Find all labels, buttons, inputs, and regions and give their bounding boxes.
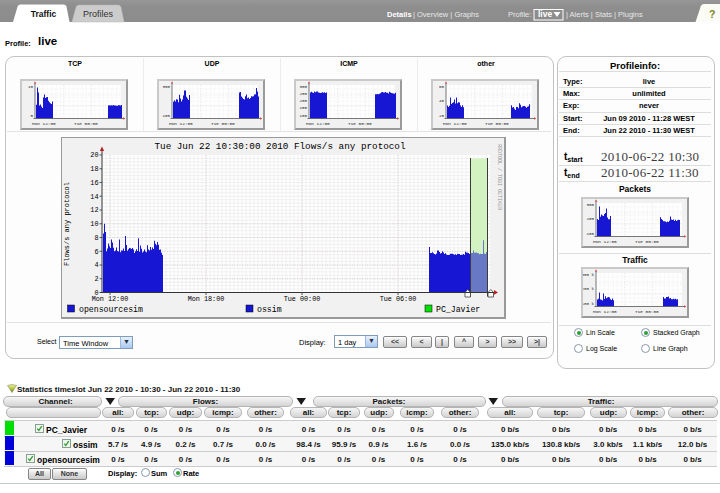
svg-text:10: 10 <box>28 85 34 89</box>
svg-text:Tue 00:00: Tue 00:00 <box>635 239 659 244</box>
svg-text:14: 14 <box>90 193 98 201</box>
svg-text:60: 60 <box>439 85 445 89</box>
svg-text:300: 300 <box>299 85 307 89</box>
svg-text:200 k: 200 k <box>583 287 594 291</box>
svg-text:200: 200 <box>586 217 594 221</box>
svg-text:Mon 12:00: Mon 12:00 <box>593 309 617 314</box>
svg-text:Profile:: Profile: <box>508 10 531 19</box>
svg-text:250: 250 <box>299 92 307 96</box>
svg-text:Mon 12:00: Mon 12:00 <box>169 121 193 126</box>
svg-text:300: 300 <box>586 203 594 207</box>
svg-text:2: 2 <box>94 275 98 283</box>
svg-text:300: 300 <box>162 85 170 89</box>
svg-text:100: 100 <box>162 114 170 118</box>
svg-text:Flows/s any protocol: Flows/s any protocol <box>63 182 71 266</box>
svg-text:RRDTOOL / TOBI OETIKER: RRDTOOL / TOBI OETIKER <box>496 144 502 210</box>
svg-text:Mon 12:00: Mon 12:00 <box>593 239 617 244</box>
svg-text:12: 12 <box>90 206 98 214</box>
svg-text:Mon 12:00: Mon 12:00 <box>306 121 330 126</box>
svg-text:200: 200 <box>299 99 307 103</box>
svg-text:16: 16 <box>90 179 98 187</box>
svg-text:150: 150 <box>299 106 307 110</box>
svg-text:live: live <box>538 9 552 19</box>
svg-text:Tue Jun 22 10:30:00 2010 Flows: Tue Jun 22 10:30:00 2010 Flows/s any pro… <box>154 141 405 152</box>
svg-text:10: 10 <box>90 220 98 228</box>
svg-text:Tue 00:00: Tue 00:00 <box>635 309 659 314</box>
svg-text:Mon 12:00: Mon 12:00 <box>443 121 467 126</box>
svg-text:Profiles: Profiles <box>83 9 114 19</box>
svg-text:Traffic: Traffic <box>31 9 57 19</box>
svg-text:100: 100 <box>586 232 594 236</box>
svg-text:Tue 00:00: Tue 00:00 <box>284 295 321 303</box>
svg-text:5: 5 <box>30 114 33 118</box>
svg-text:8: 8 <box>94 234 98 242</box>
svg-text:100: 100 <box>299 114 307 118</box>
svg-text:4: 4 <box>94 261 98 269</box>
svg-text:Tue 00:00: Tue 00:00 <box>485 121 509 126</box>
svg-text:PC_Javier: PC_Javier <box>436 305 480 314</box>
svg-text:20: 20 <box>90 151 98 159</box>
svg-text:Tue 00:00: Tue 00:00 <box>211 121 235 126</box>
svg-text:Tue 00:00: Tue 00:00 <box>74 121 98 126</box>
svg-text:100 k: 100 k <box>583 302 594 306</box>
svg-text:6: 6 <box>94 248 98 256</box>
svg-text:300 k: 300 k <box>583 273 594 277</box>
svg-text:18: 18 <box>90 165 98 173</box>
svg-text:| Overview | Graphs: | Overview | Graphs <box>413 10 479 19</box>
svg-text:Mon 12:00: Mon 12:00 <box>92 295 129 303</box>
svg-text:Details: Details <box>387 10 412 19</box>
svg-text:opensourcesim: opensourcesim <box>79 305 143 314</box>
svg-text:40: 40 <box>439 99 445 103</box>
svg-text:?: ? <box>709 8 715 20</box>
svg-text:| Alerts | Stats | Plugins: | Alerts | Stats | Plugins <box>566 10 643 19</box>
svg-text:Mon 12:00: Mon 12:00 <box>32 121 56 126</box>
svg-text:Tue 06:00: Tue 06:00 <box>380 295 417 303</box>
svg-text:ossim: ossim <box>257 305 282 314</box>
svg-text:Mon 18:00: Mon 18:00 <box>188 295 225 303</box>
svg-text:Tue 00:00: Tue 00:00 <box>348 121 372 126</box>
svg-text:20: 20 <box>439 114 445 118</box>
